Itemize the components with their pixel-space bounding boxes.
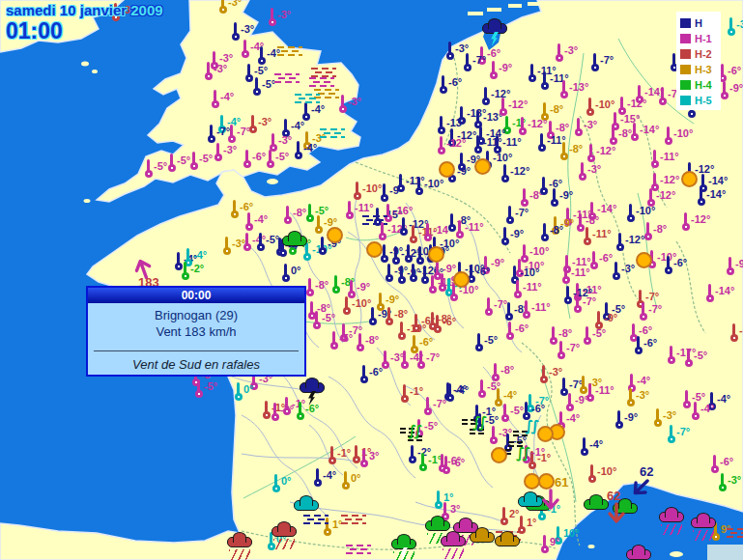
fog-icon[interactable] xyxy=(727,526,743,540)
cloud-icon[interactable] xyxy=(391,539,416,549)
temperature-marker[interactable]: -11° xyxy=(406,225,421,244)
temperature-marker[interactable]: -10° xyxy=(583,98,598,117)
temperature-marker[interactable]: -7° xyxy=(570,294,586,314)
temperature-marker[interactable]: -4° xyxy=(242,212,257,232)
temperature-marker[interactable]: -3° xyxy=(201,62,216,81)
temperature-marker[interactable]: -7° xyxy=(414,350,429,370)
temperature-marker[interactable]: -12° xyxy=(498,164,513,183)
freezing-fog-icon[interactable]: ∫∫ xyxy=(516,444,528,462)
temperature-marker[interactable]: -11° xyxy=(425,275,441,294)
sun-icon[interactable] xyxy=(366,241,383,258)
temperature-marker[interactable]: -4° xyxy=(254,46,270,66)
temperature-marker[interactable]: -3° xyxy=(575,162,590,182)
temperature-marker[interactable]: -11° xyxy=(519,300,534,320)
temperature-marker[interactable]: -4° xyxy=(443,383,458,403)
fog-icon[interactable] xyxy=(303,513,329,526)
temperature-marker[interactable]: -14° xyxy=(632,85,647,104)
temperature-marker[interactable]: -8° xyxy=(501,302,517,322)
temperature-marker[interactable]: -7° xyxy=(204,125,219,144)
temperature-marker[interactable]: -9° xyxy=(498,227,513,246)
temperature-marker[interactable]: -4° xyxy=(577,437,592,457)
temperature-marker[interactable]: -7° xyxy=(460,53,475,72)
temperature-marker[interactable]: -9° xyxy=(377,183,392,203)
temperature-marker[interactable]: -6° xyxy=(240,150,255,169)
temperature-marker[interactable]: -7° xyxy=(420,397,436,416)
wind-arrow-icon[interactable] xyxy=(607,502,626,529)
temperature-marker[interactable]: -3° xyxy=(623,388,639,407)
temperature-marker[interactable]: -6° xyxy=(293,402,308,421)
temperature-marker[interactable]: -5° xyxy=(191,379,207,399)
temperature-marker[interactable]: -12° xyxy=(434,136,449,155)
temperature-marker[interactable]: 9° xyxy=(537,535,553,554)
temperature-marker[interactable]: -3° xyxy=(265,8,280,27)
fog-icon[interactable] xyxy=(277,44,302,58)
temperature-marker[interactable]: -1° xyxy=(325,446,340,465)
fog-icon[interactable] xyxy=(346,543,371,556)
sun-icon[interactable] xyxy=(681,171,698,187)
sun-icon[interactable] xyxy=(537,426,554,442)
temperature-marker[interactable]: -4° xyxy=(310,468,326,488)
temperature-marker[interactable]: -8° xyxy=(517,188,532,208)
cloud-icon[interactable] xyxy=(441,536,466,546)
temperature-marker[interactable]: -14° xyxy=(694,187,709,207)
temperature-marker[interactable]: -9° xyxy=(486,61,501,80)
temperature-marker[interactable]: -7° xyxy=(502,206,518,225)
temperature-marker[interactable]: -10° xyxy=(339,296,355,316)
temperature-marker[interactable]: 0° xyxy=(338,471,354,490)
temperature-marker[interactable]: -12° xyxy=(478,87,494,106)
temperature-marker[interactable]: -12° xyxy=(613,233,628,252)
cloud-icon[interactable] xyxy=(659,512,684,522)
temperature-marker[interactable]: -3° xyxy=(443,42,458,61)
temperature-marker[interactable]: -5° xyxy=(309,311,325,330)
temperature-marker[interactable]: -6° xyxy=(227,200,243,219)
temperature-marker[interactable]: -5° xyxy=(327,331,342,350)
temperature-marker[interactable]: -5° xyxy=(681,349,697,368)
temperature-marker[interactable]: -3° xyxy=(724,17,739,37)
wind-arrow-icon[interactable] xyxy=(631,476,650,503)
temperature-marker[interactable]: -3° xyxy=(609,262,624,281)
sun-icon[interactable] xyxy=(538,473,555,490)
temperature-marker[interactable]: 0° xyxy=(278,264,294,283)
temperature-marker[interactable]: -6° xyxy=(707,455,723,474)
temperature-marker[interactable]: -9° xyxy=(612,410,627,430)
temperature-marker[interactable]: -13° xyxy=(557,80,572,99)
temperature-marker[interactable]: -7° xyxy=(224,125,240,144)
fog-icon[interactable] xyxy=(320,126,345,140)
temperature-marker[interactable]: -11° xyxy=(534,133,550,153)
temperature-marker[interactable]: -8° xyxy=(537,223,553,242)
temperature-marker[interactable]: -5° xyxy=(727,323,742,343)
temperature-marker[interactable]: 3° xyxy=(357,449,372,468)
sun-icon[interactable] xyxy=(428,246,444,263)
temperature-marker[interactable]: -9° xyxy=(723,257,738,276)
fog-icon[interactable] xyxy=(295,92,320,105)
temperature-marker[interactable]: -12° xyxy=(515,117,530,136)
temperature-marker[interactable]: -1° xyxy=(397,384,413,404)
temperature-marker[interactable]: -10° xyxy=(585,464,600,484)
sun-icon[interactable] xyxy=(491,447,507,463)
cloud-icon[interactable] xyxy=(227,537,252,547)
fog-icon[interactable] xyxy=(362,213,387,227)
cloud-icon[interactable] xyxy=(626,549,651,560)
temperature-marker[interactable]: -1° xyxy=(415,453,431,472)
cloud-icon[interactable] xyxy=(691,518,716,528)
temperature-marker[interactable]: -2° xyxy=(178,262,193,281)
temperature-marker[interactable]: -11° xyxy=(558,266,574,285)
temperature-marker[interactable]: -11° xyxy=(537,71,553,91)
temperature-marker[interactable]: -6° xyxy=(430,315,445,334)
temperature-marker[interactable]: -9° xyxy=(311,215,327,235)
temperature-marker[interactable]: -7° xyxy=(587,53,603,72)
temperature-marker[interactable]: -12° xyxy=(496,98,511,117)
temperature-marker[interactable]: -3° xyxy=(211,143,226,162)
temperature-marker[interactable]: -11° xyxy=(510,280,526,299)
temperature-marker[interactable]: -4° xyxy=(291,141,306,160)
temperature-marker[interactable]: -3° xyxy=(552,43,567,63)
temperature-marker[interactable]: -6° xyxy=(409,314,424,333)
temperature-marker[interactable]: -8° xyxy=(280,206,296,225)
temperature-marker[interactable]: -10° xyxy=(661,126,676,146)
temperature-marker[interactable]: 0° xyxy=(269,474,284,493)
sun-icon[interactable] xyxy=(453,271,470,288)
temperature-marker[interactable]: -8° xyxy=(606,126,621,146)
temperature-marker[interactable]: -4° xyxy=(688,402,703,421)
temperature-marker[interactable]: -11° xyxy=(647,150,663,169)
sun-icon[interactable] xyxy=(636,252,652,268)
